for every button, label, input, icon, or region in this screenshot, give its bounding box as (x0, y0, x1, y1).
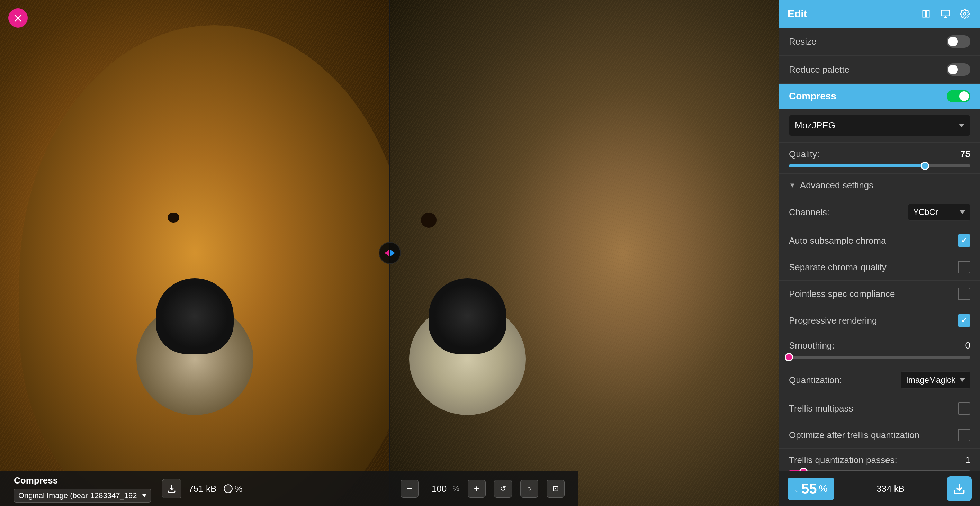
separate-chroma-row: Separate chroma quality (779, 254, 980, 281)
zoom-in-button[interactable]: + (468, 480, 486, 498)
bear-nose-right (428, 278, 506, 354)
image-selector-arrow-icon (142, 494, 146, 497)
optimize-trellis-label: Optimize after trellis quantization (789, 430, 920, 441)
final-download-button[interactable] (947, 476, 972, 501)
bottom-toolbar: Compress Original Image (bear-1283347_19… (0, 471, 578, 506)
channels-row: Channels: YCbCr (779, 197, 980, 228)
smoothing-row: Smoothing: 0 (779, 334, 980, 365)
bottom-action-bar: ↓ 55 % 334 kB (779, 471, 980, 506)
right-panel: Edit Resize (779, 0, 980, 506)
percent-badge: % (223, 484, 242, 494)
bear-eye-right (421, 213, 436, 228)
progressive-rendering-label: Progressive rendering (789, 315, 877, 326)
progressive-rendering-checkbox[interactable] (958, 314, 970, 327)
trellis-multipass-checkbox[interactable] (958, 402, 970, 415)
savings-percent: 55 (801, 481, 817, 496)
arrow-right-icon (390, 250, 395, 256)
quantization-row: Quantization: ImageMagick (779, 365, 980, 395)
optimize-trellis-checkbox[interactable] (958, 429, 970, 441)
savings-badge: ↓ 55 % (788, 477, 834, 500)
split-handle[interactable] (379, 242, 401, 264)
pointless-spec-checkbox[interactable] (958, 288, 970, 300)
compress-section-header: Compress (779, 84, 980, 109)
trellis-multipass-row: Trellis multipass (779, 395, 980, 422)
passes-label: Trellis quantization passes: (789, 455, 897, 466)
channels-dropdown-arrow-icon (959, 210, 965, 214)
auto-subsample-checkbox[interactable] (958, 234, 970, 247)
pointless-spec-label: Pointless spec compliance (789, 289, 895, 299)
close-button[interactable] (8, 8, 28, 28)
compress-panel-title: Compress (14, 475, 151, 486)
quality-value: 75 (960, 149, 970, 159)
advanced-settings-title: Advanced settings (800, 180, 873, 191)
compress-panel: Compress Original Image (bear-1283347_19… (14, 475, 151, 503)
percent-label: % (234, 484, 242, 494)
display-icon[interactable] (939, 7, 952, 21)
advanced-settings-header[interactable]: ▼ Advanced settings (779, 174, 980, 197)
smoothing-value: 0 (966, 340, 970, 351)
svg-rect-1 (941, 10, 949, 16)
zoom-level-display: 100 % (427, 484, 459, 494)
quality-row: Quality: 75 (779, 143, 980, 174)
bear-eye (167, 213, 179, 223)
settings-icon[interactable] (958, 7, 972, 21)
pointless-spec-row: Pointless spec compliance (779, 281, 980, 307)
separate-chroma-label: Separate chroma quality (789, 262, 886, 273)
compressed-image (390, 0, 780, 506)
codec-dropdown[interactable]: MozJPEG (789, 115, 970, 136)
reduce-palette-toggle[interactable] (947, 63, 970, 76)
separate-chroma-checkbox[interactable] (958, 261, 970, 274)
auto-subsample-label: Auto subsample chroma (789, 235, 886, 246)
channels-label: Channels: (789, 207, 829, 218)
svg-point-0 (224, 485, 232, 493)
reduce-palette-label: Reduce palette (789, 64, 850, 75)
savings-percent-sign: % (819, 483, 828, 494)
bear-nose-left (156, 278, 234, 354)
percent-icon (223, 484, 233, 493)
channels-dropdown[interactable]: YCbCr (908, 204, 970, 221)
quantization-dropdown[interactable]: ImageMagick (901, 371, 970, 389)
edit-header-actions (919, 7, 972, 21)
quality-slider-track[interactable] (789, 164, 970, 167)
advanced-chevron-icon: ▼ (789, 181, 796, 189)
progressive-rendering-row: Progressive rendering (779, 307, 980, 334)
smoothing-slider-track[interactable] (789, 356, 970, 358)
quality-label: Quality: (789, 149, 819, 159)
split-view-icon[interactable] (919, 7, 933, 21)
output-size: 334 kB (877, 484, 905, 494)
zoom-value: 100 (427, 484, 451, 494)
download-button[interactable] (162, 479, 181, 498)
bear-head-left (19, 25, 390, 506)
resize-label: Resize (789, 37, 816, 47)
optimize-trellis-row: Optimize after trellis quantization (779, 422, 980, 449)
fit-button[interactable]: ○ (520, 480, 538, 498)
zoom-out-button[interactable]: − (401, 480, 418, 498)
quantization-value: ImageMagick (906, 375, 955, 385)
resize-row: Resize (779, 28, 980, 56)
zoom-unit: % (452, 484, 459, 493)
quality-slider-fill (789, 164, 925, 167)
svg-point-2 (964, 13, 966, 15)
codec-select-row: MozJPEG (779, 109, 980, 143)
compress-section-title: Compress (789, 91, 836, 102)
bottom-left-actions: 751 kB % (162, 479, 242, 498)
zoom-reset-button[interactable]: ↺ (494, 480, 512, 498)
zoom-controls: − 100 % + ↺ ○ ⊡ (401, 480, 565, 498)
channels-value: YCbCr (913, 207, 938, 217)
savings-down-icon: ↓ (794, 483, 799, 494)
layout-button[interactable]: ⊡ (547, 480, 565, 498)
quantization-label: Quantization: (789, 375, 842, 385)
auto-subsample-row: Auto subsample chroma (779, 228, 980, 254)
compress-toggle[interactable] (947, 90, 970, 102)
smoothing-slider-thumb[interactable] (785, 353, 793, 361)
passes-value: 1 (966, 455, 970, 466)
image-comparison-area: Compress Original Image (bear-1283347_19… (0, 0, 779, 506)
image-selector-label: Original Image (bear-1283347_192 (18, 491, 137, 500)
quality-slider-thumb[interactable] (921, 162, 929, 170)
reduce-palette-row: Reduce palette (779, 56, 980, 84)
smoothing-label: Smoothing: (789, 340, 835, 351)
codec-value: MozJPEG (795, 120, 835, 131)
resize-toggle[interactable] (947, 35, 970, 48)
image-selector[interactable]: Original Image (bear-1283347_192 (14, 489, 151, 503)
original-image (0, 0, 390, 506)
